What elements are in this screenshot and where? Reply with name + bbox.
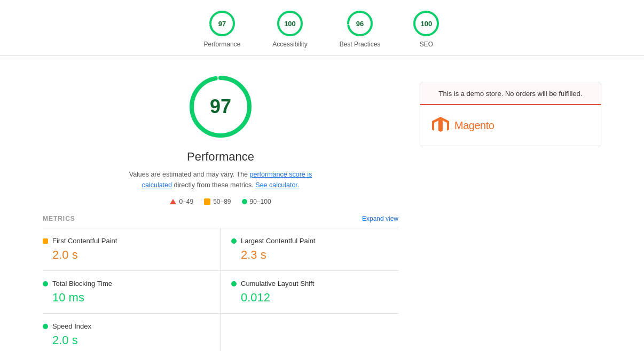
magento-logo: Magento: [431, 116, 494, 135]
score-label-performance: Performance: [204, 41, 241, 48]
metric-name-lcp: Largest Contentful Paint: [241, 237, 315, 245]
expand-view-button[interactable]: Expand view: [362, 215, 398, 222]
metric-cell-empty: [221, 314, 398, 351]
metric-value-fcp: 2.0 s: [43, 248, 209, 262]
score-circle-performance: 97: [208, 10, 236, 37]
metric-dot-si: [43, 324, 48, 329]
legend-item-green: 90–100: [242, 198, 271, 205]
metric-cell-cls: Cumulative Layout Shift 0.012: [221, 271, 398, 314]
metric-dot-lcp: [231, 238, 237, 244]
metric-dot-fcp: [43, 238, 48, 244]
calculator-link[interactable]: See calculator.: [255, 181, 299, 189]
metric-name-row-fcp: First Contentful Paint: [43, 237, 209, 245]
score-circle-accessibility: 100: [276, 10, 304, 37]
metric-cell-fcp: First Contentful Paint 2.0 s: [43, 228, 221, 271]
legend-orange-label: 50–89: [213, 198, 231, 205]
section-title: Performance: [187, 150, 254, 164]
right-panel: This is a demo store. No orders will be …: [420, 67, 601, 351]
legend: 0–49 50–89 90–100: [170, 198, 271, 205]
metric-cell-si: Speed Index 2.0 s: [43, 314, 221, 351]
metric-value-lcp: 2.3 s: [231, 248, 393, 262]
metric-value-tbt: 10 ms: [43, 291, 209, 305]
score-num-accessibility: 100: [284, 20, 296, 28]
score-item-best-practices: 96 Best Practices: [340, 10, 381, 48]
metrics-header: METRICS Expand view: [43, 215, 398, 222]
score-num-performance: 97: [218, 20, 226, 28]
metric-value-si: 2.0 s: [43, 333, 209, 347]
description-text: Values are estimated and may vary. The p…: [124, 169, 317, 190]
main-score-circle: 97: [186, 72, 255, 141]
legend-item-orange: 50–89: [204, 198, 231, 205]
main-content: 97 Performance Values are estimated and …: [0, 56, 644, 351]
preview-banner: This is a demo store. No orders will be …: [420, 83, 601, 105]
left-panel: 97 Performance Values are estimated and …: [43, 67, 398, 351]
red-triangle-icon: [170, 199, 176, 204]
main-score-value: 97: [210, 95, 231, 118]
score-item-accessibility: 100 Accessibility: [272, 10, 307, 48]
preview-box: This is a demo store. No orders will be …: [420, 83, 601, 146]
metric-name-si: Speed Index: [52, 322, 91, 330]
score-num-seo: 100: [421, 20, 433, 28]
metric-dot-cls: [231, 281, 237, 286]
legend-red-label: 0–49: [179, 198, 193, 205]
metric-cell-lcp: Largest Contentful Paint 2.3 s: [221, 228, 398, 271]
score-label-seo: SEO: [420, 41, 433, 48]
score-label-best-practices: Best Practices: [340, 41, 381, 48]
metric-name-fcp: First Contentful Paint: [52, 237, 117, 245]
score-num-best-practices: 96: [356, 20, 364, 28]
score-item-performance: 97 Performance: [204, 10, 241, 48]
score-item-seo: 100 SEO: [412, 10, 440, 48]
preview-content: Magento: [420, 105, 601, 146]
metric-cell-tbt: Total Blocking Time 10 ms: [43, 271, 221, 314]
legend-green-label: 90–100: [250, 198, 271, 205]
metrics-label: METRICS: [43, 215, 75, 222]
metric-name-tbt: Total Blocking Time: [52, 280, 112, 288]
magento-icon: [431, 116, 450, 135]
metric-name-row-lcp: Largest Contentful Paint: [231, 237, 393, 245]
orange-square-icon: [204, 198, 210, 205]
metrics-grid: First Contentful Paint 2.0 s Largest Con…: [43, 228, 398, 351]
metric-name-row-cls: Cumulative Layout Shift: [231, 280, 393, 288]
metric-value-cls: 0.012: [231, 291, 393, 305]
legend-item-red: 0–49: [170, 198, 193, 205]
top-scores-bar: 97 Performance 100 Accessibility 96 Best: [0, 0, 644, 56]
green-circle-icon: [242, 199, 247, 204]
score-circle-seo: 100: [412, 10, 440, 37]
metric-dot-tbt: [43, 281, 48, 286]
score-label-accessibility: Accessibility: [272, 41, 307, 48]
magento-text: Magento: [454, 119, 494, 132]
metric-name-cls: Cumulative Layout Shift: [241, 280, 314, 288]
score-circle-best-practices: 96: [346, 10, 374, 37]
metric-name-row-tbt: Total Blocking Time: [43, 280, 209, 288]
metric-name-row-si: Speed Index: [43, 322, 209, 330]
